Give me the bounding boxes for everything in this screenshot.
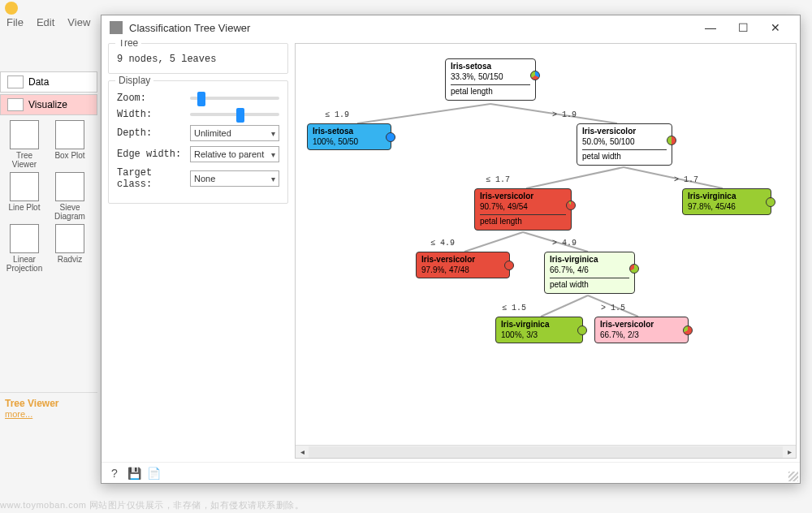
width-thumb[interactable] [236, 108, 244, 123]
pie-icon [386, 132, 395, 142]
target-select[interactable]: None▾ [190, 170, 279, 187]
node-stats: 100%, 3/3 [501, 330, 577, 341]
edgewidth-label: Edge width: [117, 149, 185, 160]
chevron-down-icon: ▾ [271, 150, 275, 159]
scroll-right-arrow[interactable]: ▸ [783, 446, 796, 458]
category-visualize[interactable]: Visualize [0, 94, 97, 115]
tree-node-n2[interactable]: Iris-versicolor50.0%, 50/100petal width [577, 123, 672, 166]
zoom-label: Zoom: [117, 93, 185, 104]
node-stats: 50.0%, 50/100 [582, 137, 667, 148]
help-icon[interactable]: ? [108, 467, 121, 480]
watermark: www.toymoban.com 网站图片仅供展示，非存储，如有侵权请联系删除。 [0, 499, 304, 511]
node-stats: 97.9%, 47/48 [421, 265, 504, 276]
svg-line-0 [357, 104, 490, 123]
widget-sieve[interactable]: Sieve Diagram [49, 172, 91, 221]
node-title: Iris-setosa [451, 62, 530, 72]
tree-legend: Tree [115, 40, 141, 49]
width-slider[interactable] [190, 113, 279, 116]
node-split: petal width [550, 278, 629, 291]
tree-edges [296, 44, 796, 458]
node-stats: 33.3%, 50/150 [451, 72, 530, 83]
report-icon[interactable]: 📄 [147, 467, 160, 480]
tree-info-group: Tree 9 nodes, 5 leaves [108, 43, 288, 74]
pie-icon [667, 136, 676, 145]
menu-edit[interactable]: Edit [37, 16, 54, 32]
horizontal-scrollbar[interactable]: ◂ ▸ [296, 445, 796, 458]
pie-icon [530, 71, 540, 80]
maximize-button[interactable]: ☐ [727, 16, 759, 39]
node-title: Iris-versicolor [582, 127, 667, 137]
tree-canvas[interactable]: Iris-setosa33.3%, 50/150petal lengthIris… [296, 44, 796, 458]
tree-viewer-dialog: Classification Tree Viewer — ☐ ✕ Tree 9 … [101, 15, 801, 484]
edgewidth-select[interactable]: Relative to parent▾ [190, 146, 279, 162]
dialog-titlebar[interactable]: Classification Tree Viewer — ☐ ✕ [102, 15, 800, 40]
menu-view[interactable]: View [67, 16, 90, 32]
node-title: Iris-setosa [313, 127, 386, 137]
width-label: Width: [117, 109, 185, 120]
tree-node-virg2[interactable]: Iris-virginica100%, 3/3 [495, 317, 583, 343]
scroll-left-arrow[interactable]: ◂ [296, 446, 309, 458]
node-title: Iris-virginica [550, 255, 629, 265]
edge-label: ≤ 1.7 [486, 175, 510, 184]
edge-label: ≤ 4.9 [430, 239, 455, 248]
svg-line-4 [464, 232, 523, 252]
zoom-slider[interactable] [190, 97, 279, 100]
node-title: Iris-versicolor [421, 255, 504, 265]
dialog-statusbar: ? 💾 📄 [102, 462, 800, 483]
svg-line-2 [526, 167, 624, 188]
widget-box-plot[interactable]: Box Plot [49, 120, 91, 169]
pie-icon [577, 325, 587, 335]
svg-line-6 [541, 295, 588, 317]
edge-label: > 1.5 [601, 304, 625, 313]
category-data[interactable]: Data [0, 71, 97, 93]
pie-icon [766, 197, 775, 207]
tree-node-vers1[interactable]: Iris-versicolor97.9%, 47/48 [416, 252, 510, 278]
tree-node-setosa[interactable]: Iris-setosa100%, 50/50 [307, 123, 391, 150]
tree-node-virg1[interactable]: Iris-virginica97.8%, 45/46 [682, 188, 771, 215]
node-split: petal length [480, 214, 566, 227]
tree-info: 9 nodes, 5 leaves [117, 54, 279, 65]
node-title: Iris-versicolor [480, 192, 566, 202]
node-stats: 66.7%, 4/6 [550, 265, 629, 276]
tree-node-n6[interactable]: Iris-virginica66.7%, 4/6petal width [544, 252, 635, 294]
resize-grip[interactable] [788, 472, 798, 481]
chevron-down-icon: ▾ [271, 129, 275, 138]
node-stats: 100%, 50/50 [313, 137, 386, 148]
scroll-track[interactable] [309, 446, 783, 458]
display-group: Display Zoom: Width: Depth: Unlimited▾ E… [108, 80, 288, 204]
pie-icon [566, 200, 576, 210]
pie-icon [504, 261, 514, 270]
depth-select[interactable]: Unlimited▾ [190, 125, 279, 141]
save-icon[interactable]: 💾 [127, 467, 140, 480]
footer-more-link[interactable]: more... [5, 409, 93, 419]
bg-footer: Tree Viewer more... [0, 392, 97, 424]
widget-linear-projection[interactable]: Linear Projection [3, 224, 45, 273]
dialog-icon [110, 21, 123, 34]
minimize-button[interactable]: — [694, 16, 727, 39]
target-label: Target class: [117, 167, 185, 190]
menu-file[interactable]: File [6, 16, 24, 32]
chevron-down-icon: ▾ [271, 175, 275, 183]
node-title: Iris-virginica [688, 192, 766, 202]
edge-label: > 1.7 [674, 175, 698, 184]
display-legend: Display [115, 75, 153, 86]
edge-label: ≤ 1.9 [325, 110, 349, 119]
footer-title: Tree Viewer [5, 398, 93, 409]
node-title: Iris-versicolor [600, 320, 683, 330]
left-panel: Tree 9 nodes, 5 leaves Display Zoom: Wid… [102, 40, 295, 462]
zoom-thumb[interactable] [197, 92, 205, 106]
edge-label: ≤ 1.5 [502, 304, 526, 313]
node-title: Iris-virginica [501, 320, 577, 330]
widget-line-plot[interactable]: Line Plot [3, 172, 45, 221]
depth-label: Depth: [117, 127, 185, 139]
widget-grid: Tree Viewer Box Plot Line Plot Sieve Dia… [0, 117, 97, 276]
node-stats: 90.7%, 49/54 [480, 202, 566, 213]
tree-node-n3[interactable]: Iris-versicolor90.7%, 49/54petal length [474, 188, 572, 231]
node-stats: 66.7%, 2/3 [600, 330, 683, 341]
tree-node-root[interactable]: Iris-setosa33.3%, 50/150petal length [445, 58, 536, 101]
close-button[interactable]: ✕ [759, 16, 792, 39]
tree-node-vers2[interactable]: Iris-versicolor66.7%, 2/3 [594, 317, 689, 343]
widget-tree-viewer[interactable]: Tree Viewer [3, 120, 45, 169]
widget-radviz[interactable]: Radviz [49, 224, 91, 273]
bg-sidebar: Data Visualize Tree Viewer Box Plot Line… [0, 71, 97, 276]
